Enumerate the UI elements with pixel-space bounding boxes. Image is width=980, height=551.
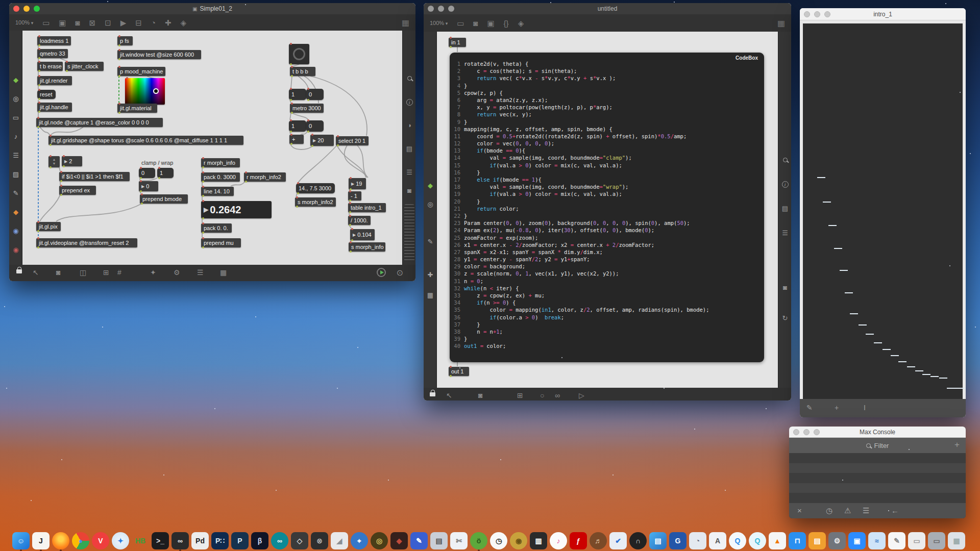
bottom-toolbar-icon[interactable]: ⚙ [174, 269, 180, 276]
inlet-object[interactable]: in 1 [449, 38, 466, 47]
sidebar-icon[interactable]: ✚ [424, 271, 437, 279]
sidebar-icon[interactable]: ☰ [778, 229, 791, 237]
sidebar-icon[interactable]: ◎ [424, 201, 437, 208]
bottom-toolbar-icon[interactable]: ∞ [555, 392, 560, 399]
max-bang[interactable] [289, 44, 309, 64]
titlebar[interactable]: Max Console [789, 427, 966, 438]
max-number-0[interactable]: ▶0 [139, 181, 158, 191]
max-object-jit.gl.gridshape[interactable]: jit.gl.gridshape @shape torus @scale 0.6… [48, 136, 243, 145]
dock-icon-notebook-app[interactable]: ✎ [410, 532, 428, 549]
max-object-[interactable]: / 1000. [348, 216, 371, 225]
dock-icon-g-house[interactable]: G [669, 532, 687, 549]
table-tool-icon[interactable]: Ι [864, 404, 866, 411]
dock-icon-max[interactable]: ∞ [172, 532, 189, 549]
swatch-cursor[interactable] [153, 88, 159, 94]
table-tool-icon[interactable]: + [835, 404, 839, 411]
dock-icon-vlc[interactable]: ▲ [769, 532, 786, 549]
zoom-button[interactable] [448, 6, 454, 12]
max-number-0.104[interactable]: ▶0.104 [350, 229, 375, 240]
console-action-icon[interactable]: × [797, 507, 802, 514]
bottom-toolbar-icon[interactable]: ✦ [150, 269, 156, 276]
dock-icon-keynote[interactable]: ⊓ [789, 532, 806, 549]
close-button[interactable] [804, 11, 810, 17]
max-message-reset[interactable]: reset [37, 90, 56, 99]
table-point[interactable] [891, 355, 899, 356]
max-object-jit.gl.handle[interactable]: jit.gl.handle [37, 103, 72, 112]
max-object-line[interactable]: line 14. 10 [201, 187, 234, 196]
max-object-qmetro[interactable]: qmetro 33 [37, 49, 68, 58]
max-object-loadmess[interactable]: loadmess 1 [37, 36, 71, 45]
dock-icon-garageband[interactable]: ♬ [590, 532, 607, 549]
table-point[interactable] [930, 376, 939, 377]
max-bignum-0.2642[interactable]: ▶0.2642 [201, 201, 272, 218]
max-comment-clamp[interactable]: clamp / wrap [139, 158, 173, 167]
bottom-toolbar-icon[interactable]: ○ [540, 392, 544, 399]
table-point[interactable] [859, 324, 867, 325]
max-object-[interactable]: - 1 [348, 191, 361, 201]
max-object-pack[interactable]: pack 0. 3000 [201, 172, 240, 182]
max-object-jit.gl.render[interactable]: jit.gl.render [37, 76, 72, 85]
lock-icon[interactable] [16, 266, 22, 274]
max-object-select[interactable]: select 20 1 [336, 136, 369, 145]
info-icon[interactable]: i [778, 180, 791, 188]
table-point[interactable] [922, 374, 930, 375]
table-point[interactable] [947, 388, 966, 389]
dock-icon-puredata[interactable]: Pd [191, 532, 209, 549]
dock-icon-radar-app[interactable]: ◎ [371, 532, 388, 549]
toolbar-icon[interactable]: {} [504, 19, 509, 27]
max-message-1[interactable]: 1 [157, 168, 174, 178]
power-icon[interactable]: ⊙ [397, 269, 403, 277]
max-object-r[interactable]: r morph_info2 [244, 172, 286, 182]
max-object-if[interactable]: if $i1<0 || $i1 >1 then $f1 [59, 172, 130, 181]
table-editor-canvas[interactable] [803, 23, 963, 399]
dock-icon-homebrew[interactable]: HB [132, 532, 149, 549]
max-object-s[interactable]: s jitter_clock [65, 62, 104, 71]
add-filter-button[interactable]: + [954, 440, 960, 450]
max-object-table[interactable]: table intro_1 [348, 203, 386, 212]
dock-icon-flash[interactable]: ƒ [570, 532, 587, 549]
table-point[interactable] [883, 349, 891, 350]
dock-icon-clock-app[interactable]: ◷ [490, 532, 507, 549]
dock-icon-intel-app[interactable]: ≈ [868, 532, 886, 549]
dock-icon-utility-app[interactable]: ⚙ [828, 532, 846, 549]
bottom-toolbar-icon[interactable]: ▦ [220, 269, 227, 276]
dock-icon-preview-app[interactable]: ✄ [450, 532, 468, 549]
dock-icon-grey-window-app[interactable]: ▭ [928, 532, 945, 549]
max-object-jit.gl.pix[interactable]: jit.gl.pix [36, 222, 61, 231]
object-palette-icon[interactable]: ▦ [777, 18, 785, 28]
dock-icon-trash[interactable]: ▦ [948, 532, 965, 549]
dock-icon-chrome[interactable]: ● [72, 532, 89, 549]
dock-icon-appcleaner[interactable]: A [709, 532, 726, 549]
dock-icon-processing-3[interactable]: P∷ [211, 532, 229, 549]
toolbar-icon[interactable]: ▣ [487, 19, 494, 27]
table-point[interactable] [823, 202, 831, 203]
dock-icon-check-app[interactable]: ✔ [609, 532, 627, 549]
bottom-toolbar-icon[interactable]: ⊞ [517, 392, 523, 399]
max-object-s[interactable]: s morph_info2 [295, 197, 336, 207]
max-number-2[interactable]: ▶2 [62, 156, 82, 166]
dock-icon-quicktime[interactable]: Q [729, 532, 746, 549]
dock-icon-copter-app[interactable]: ⌖ [351, 532, 368, 549]
toolbar-icon[interactable]: ◈ [518, 19, 524, 27]
max-object-jit.window[interactable]: jit.window test @size 600 600 [117, 50, 201, 59]
table-point[interactable] [939, 378, 947, 379]
dock-icon-scanner-app[interactable]: ▤ [430, 532, 448, 549]
table-point[interactable] [840, 270, 848, 271]
bottom-toolbar-icon[interactable]: # [117, 269, 121, 276]
zoom-button[interactable] [824, 11, 830, 17]
console-action-icon[interactable]: ⚠ [844, 507, 851, 514]
table-point[interactable] [828, 225, 837, 226]
max-object-pack[interactable]: pack 0. 0. [201, 223, 232, 233]
max-object-r[interactable]: r morph_info [201, 158, 240, 167]
max-message-1[interactable]: 1 [289, 120, 306, 132]
table-point[interactable] [817, 177, 825, 178]
max-object-t[interactable]: t b b b [290, 67, 315, 76]
dock-icon-frog-app[interactable]: ö [470, 532, 487, 549]
dock-icon-vivaldi[interactable]: V [92, 532, 109, 549]
dock-icon-terminal[interactable]: >_ [152, 532, 169, 549]
dock-icon-piano-app[interactable]: ▥ [530, 532, 547, 549]
zoom-button[interactable] [814, 429, 820, 435]
table-tool-icon[interactable]: ✎ [806, 404, 813, 411]
max-object-jit.gl.node[interactable]: jit.gl.node @capture 1 @erase_color 0 0 … [36, 118, 163, 127]
dock-icon-j-editor[interactable]: J [32, 532, 50, 549]
